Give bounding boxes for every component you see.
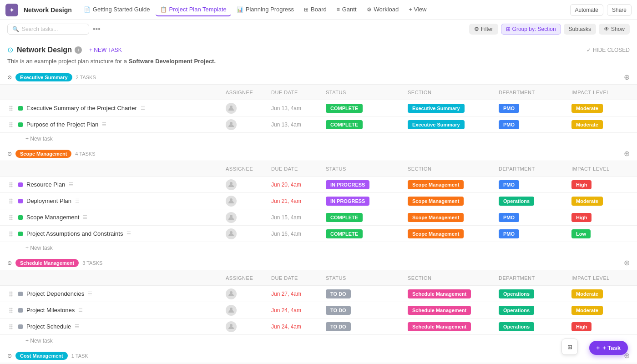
task-name[interactable]: Purpose of the Project Plan: [26, 121, 98, 128]
task-menu-icon[interactable]: ☰: [75, 198, 80, 204]
new-task-row[interactable]: + New task: [0, 335, 637, 347]
task-menu-icon[interactable]: ☰: [69, 182, 73, 187]
nav-tab-getting-started[interactable]: 📄Getting Started Guide: [79, 3, 155, 16]
task-menu-icon[interactable]: ☰: [75, 324, 79, 329]
task-menu-icon[interactable]: ☰: [78, 307, 83, 313]
svg-point-61: [11, 328, 13, 329]
task-row[interactable]: Project Assumptions and Constraints ☰ Ju…: [0, 226, 637, 242]
add-view-tab[interactable]: + View: [404, 3, 431, 16]
section-add-schedule-management[interactable]: ⊕: [624, 258, 630, 267]
th-department: DEPARTMENT: [499, 90, 571, 95]
task-status-cell: COMPLETE: [326, 121, 408, 128]
task-impact-pill: Moderate: [571, 197, 603, 206]
svg-point-19: [11, 186, 13, 187]
subtasks-button[interactable]: Subtasks: [564, 24, 596, 35]
toolbar-more[interactable]: •••: [93, 25, 101, 33]
nav-tab-project-plan[interactable]: 📋Project Plan Template: [156, 3, 231, 16]
search-box[interactable]: 🔍 Search tasks...: [7, 24, 89, 35]
section-badge-executive-summary: Executive Summary: [15, 73, 72, 81]
section-add-executive-summary[interactable]: ⊕: [624, 73, 630, 81]
task-name[interactable]: Project Assumptions and Constraints: [26, 230, 123, 237]
sections-container: ⊙ Executive Summary 2 TASKS ⊕ ASSIGNEE D…: [0, 70, 637, 364]
info-icon[interactable]: i: [75, 46, 82, 54]
th-due-date: DUE DATE: [271, 275, 326, 281]
share-button[interactable]: Share: [607, 4, 632, 16]
task-section-cell: Scope Management: [408, 181, 499, 188]
task-name[interactable]: Project Dependencies: [26, 290, 84, 297]
task-status-badge: TO DO: [326, 289, 351, 298]
new-task-row[interactable]: + New task: [0, 242, 637, 254]
task-menu-icon[interactable]: ☰: [88, 291, 92, 297]
new-task-row[interactable]: + New task: [0, 133, 637, 145]
nav-tab-workload[interactable]: ⚙Workload: [362, 3, 404, 16]
task-menu-icon[interactable]: ☰: [102, 121, 106, 127]
task-name[interactable]: Resource Plan: [26, 181, 65, 188]
section-add-scope-management[interactable]: ⊕: [624, 149, 630, 158]
task-row[interactable]: Project Schedule ☰ Jun 24, 4am TO DO Sch…: [0, 318, 637, 335]
task-assignee-cell: [226, 288, 271, 299]
svg-point-35: [10, 231, 11, 233]
search-placeholder: Search tasks...: [22, 26, 58, 32]
th-department: DEPARTMENT: [499, 275, 571, 281]
task-menu-icon[interactable]: ☰: [141, 105, 145, 111]
nav-tab-planning-progress[interactable]: 📊Planning Progress: [232, 3, 298, 16]
task-name[interactable]: Deployment Plan: [26, 197, 71, 204]
svg-point-49: [10, 308, 11, 309]
section-toggle-scope-management[interactable]: ⊙: [7, 151, 12, 157]
task-status-badge: IN PROGRESS: [326, 180, 369, 189]
new-task-button[interactable]: + NEW TASK: [86, 46, 126, 54]
project-toggle[interactable]: ⊙: [7, 46, 13, 54]
task-row[interactable]: Project Dependencies ☰ Jun 27, 4am TO DO…: [0, 286, 637, 302]
task-name-cell: Executive Summary of the Project Charter…: [7, 102, 226, 115]
filter-button[interactable]: ⚙ Filter: [469, 24, 498, 35]
task-name[interactable]: Project Milestones: [26, 307, 75, 313]
task-due-date: Jun 13, 4am: [271, 105, 326, 111]
task-row[interactable]: Deployment Plan ☰ Jun 21, 4am IN PROGRES…: [0, 193, 637, 209]
grid-view-icon[interactable]: ⊞: [561, 339, 578, 355]
tab-icon-project-plan: 📋: [160, 6, 167, 13]
svg-point-16: [10, 184, 11, 185]
task-row[interactable]: Purpose of the Project Plan ☰ Jun 13, 4a…: [0, 116, 637, 133]
task-menu-icon[interactable]: ☰: [126, 231, 131, 237]
task-dept-cell: PMO: [499, 230, 571, 237]
task-name-cell: Purpose of the Project Plan ☰: [7, 118, 226, 131]
automate-button[interactable]: Automate: [570, 4, 603, 16]
task-name[interactable]: Project Schedule: [26, 323, 71, 330]
task-row[interactable]: Resource Plan ☰ Jun 20, 4am IN PROGRESS …: [0, 177, 637, 193]
section-toggle-cost-management[interactable]: ⊙: [7, 353, 12, 359]
task-avatar: [226, 119, 237, 130]
task-name[interactable]: Executive Summary of the Project Charter: [26, 105, 137, 111]
nav-tab-board[interactable]: ⊞Board: [299, 3, 331, 16]
th-impact: IMPACT LEVEL: [571, 90, 637, 95]
add-task-float-button[interactable]: + + Task: [589, 341, 628, 355]
section-toggle-executive-summary[interactable]: ⊙: [7, 74, 12, 81]
th-status: STATUS: [326, 275, 408, 281]
task-row[interactable]: Executive Summary of the Project Charter…: [0, 100, 637, 116]
drag-handle: [7, 197, 15, 205]
group-by-button[interactable]: ⊞ Group by: Section: [501, 24, 561, 35]
task-section-pill: Scope Management: [408, 180, 464, 189]
section-toggle-schedule-management[interactable]: ⊙: [7, 260, 12, 266]
task-assignee-cell: [226, 179, 271, 190]
task-section-cell: Scope Management: [408, 197, 499, 204]
svg-point-8: [11, 122, 13, 123]
task-row[interactable]: Project Milestones ☰ Jun 24, 4am TO DO S…: [0, 302, 637, 318]
hide-closed-button[interactable]: ✓ HIDE CLOSED: [586, 47, 630, 53]
drag-handle: [7, 105, 15, 112]
task-name-cell: Project Milestones ☰: [7, 304, 226, 317]
task-section-pill: Schedule Management: [408, 306, 471, 315]
nav-tabs: 📄Getting Started Guide📋Project Plan Temp…: [79, 3, 431, 16]
task-row[interactable]: Scope Management ☰ Jun 15, 4am COMPLETE …: [0, 209, 637, 226]
show-button[interactable]: 👁 Show: [599, 24, 630, 35]
nav-tab-gantt[interactable]: ≡Gantt: [332, 3, 361, 16]
svg-point-53: [10, 311, 11, 313]
task-name[interactable]: Scope Management: [26, 214, 79, 221]
task-avatar: [226, 196, 237, 207]
task-dept-cell: PMO: [499, 181, 571, 188]
drag-handle: [7, 214, 15, 221]
task-menu-icon[interactable]: ☰: [83, 214, 87, 220]
th-assignee: ASSIGNEE: [226, 90, 271, 95]
task-color-dot: [18, 324, 23, 329]
task-section-pill: Schedule Management: [408, 322, 471, 331]
svg-point-57: [11, 324, 13, 325]
